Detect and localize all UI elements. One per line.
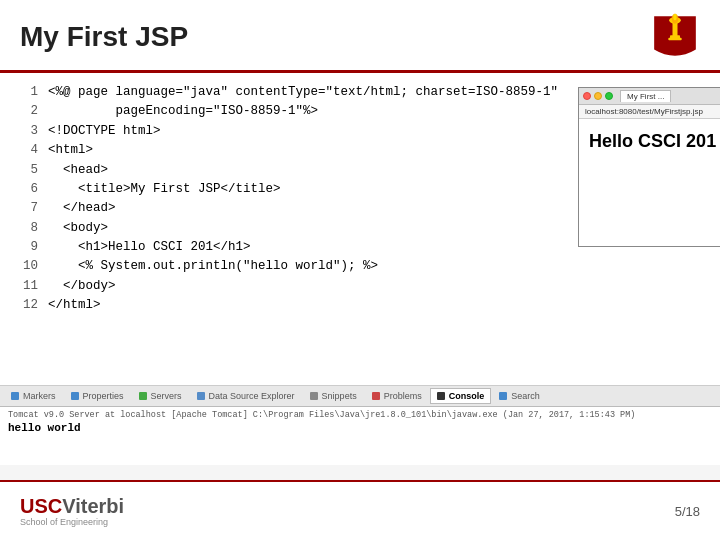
browser-tab[interactable]: My First ... (620, 90, 671, 102)
tab-label: Problems (384, 391, 422, 401)
tab-label: Search (511, 391, 540, 401)
viterbi-text: Viterbi (62, 495, 124, 517)
console-output: hello world (8, 422, 712, 434)
school-of-engineering-text: School of Engineering (20, 517, 124, 527)
console-body: Tomcat v9.0 Server at localhost [Apache … (0, 407, 720, 465)
line-number: 5 (20, 161, 38, 180)
servers-icon (139, 392, 147, 400)
code-line: 12</html> (20, 296, 558, 315)
console-tab-properties[interactable]: Properties (64, 388, 131, 404)
tab-label: Properties (83, 391, 124, 401)
line-number: 10 (20, 257, 38, 276)
usc-viterbi-logo: USCViterbi School of Engineering (20, 496, 124, 527)
console-tab-markers[interactable]: Markers (4, 388, 63, 404)
code-line: 8 <body> (20, 219, 558, 238)
line-code: <%@ page language="java" contentType="te… (48, 83, 558, 102)
browser-addressbar: localhost:8080/test/MyFirstjsp.jsp (579, 105, 720, 119)
console-tab-servers[interactable]: Servers (132, 388, 189, 404)
page-title: My First JSP (20, 21, 188, 53)
line-number: 11 (20, 277, 38, 296)
line-number: 9 (20, 238, 38, 257)
close-button-dot[interactable] (583, 92, 591, 100)
console-tabs: MarkersPropertiesServersData Source Expl… (0, 386, 720, 407)
markers-icon (11, 392, 19, 400)
tab-label: Servers (151, 391, 182, 401)
console-tab-console[interactable]: Console (430, 388, 492, 404)
header: My First JSP (0, 0, 720, 73)
line-number: 1 (20, 83, 38, 102)
console-area: MarkersPropertiesServersData Source Expl… (0, 385, 720, 480)
line-code: <html> (48, 141, 93, 160)
tab-label: Data Source Explorer (209, 391, 295, 401)
line-code: <h1>Hello CSCI 201</h1> (48, 238, 251, 257)
console-tab-data-source-explorer[interactable]: Data Source Explorer (190, 388, 302, 404)
line-code: </head> (48, 199, 116, 218)
line-number: 8 (20, 219, 38, 238)
line-code: pageEncoding="ISO-8859-1"%> (48, 102, 318, 121)
usc-viterbi-text: USCViterbi (20, 496, 124, 516)
search-icon (499, 392, 507, 400)
line-number: 7 (20, 199, 38, 218)
slide-number: 5/18 (675, 504, 700, 519)
footer: USCViterbi School of Engineering 5/18 (0, 480, 720, 540)
usc-shield-icon (650, 12, 700, 62)
code-line: 3<!DOCTYPE html> (20, 122, 558, 141)
svg-point-3 (673, 14, 676, 21)
line-code: <% System.out.println("hello world"); %> (48, 257, 378, 276)
code-line: 1<%@ page language="java" contentType="t… (20, 83, 558, 102)
browser-body: Hello CSCI 201 (579, 119, 720, 164)
usc-text: USC (20, 495, 62, 517)
tab-label: Snippets (322, 391, 357, 401)
title-text: My First JSP (20, 21, 188, 52)
line-code: <title>My First JSP</title> (48, 180, 281, 199)
line-number: 4 (20, 141, 38, 160)
code-line: 4<html> (20, 141, 558, 160)
snippets-icon (310, 392, 318, 400)
svg-rect-5 (668, 38, 681, 41)
line-number: 2 (20, 102, 38, 121)
code-line: 2 pageEncoding="ISO-8859-1"%> (20, 102, 558, 121)
line-code: <body> (48, 219, 108, 238)
line-code: </body> (48, 277, 116, 296)
code-line: 10 <% System.out.println("hello world");… (20, 257, 558, 276)
problems-icon (372, 392, 380, 400)
browser-heading: Hello CSCI 201 (589, 131, 720, 152)
line-number: 3 (20, 122, 38, 141)
code-line: 9 <h1>Hello CSCI 201</h1> (20, 238, 558, 257)
line-number: 6 (20, 180, 38, 199)
data-source-explorer-icon (197, 392, 205, 400)
code-line: 5 <head> (20, 161, 558, 180)
code-line: 11 </body> (20, 277, 558, 296)
console-icon (437, 392, 445, 400)
console-tab-search[interactable]: Search (492, 388, 547, 404)
tab-label: Markers (23, 391, 56, 401)
line-code: <!DOCTYPE html> (48, 122, 161, 141)
tab-label: Console (449, 391, 485, 401)
console-tab-problems[interactable]: Problems (365, 388, 429, 404)
code-line: 6 <title>My First JSP</title> (20, 180, 558, 199)
browser-titlebar: My First ... (579, 88, 720, 105)
line-code: </html> (48, 296, 101, 315)
usc-logo-corner (650, 12, 700, 62)
console-tab-snippets[interactable]: Snippets (303, 388, 364, 404)
code-panel: 1<%@ page language="java" contentType="t… (20, 83, 558, 433)
line-code: <head> (48, 161, 108, 180)
line-number: 12 (20, 296, 38, 315)
properties-icon (71, 392, 79, 400)
code-line: 7 </head> (20, 199, 558, 218)
browser-preview: My First ... localhost:8080/test/MyFirst… (578, 87, 720, 247)
console-server-line: Tomcat v9.0 Server at localhost [Apache … (8, 410, 712, 420)
maximize-button-dot[interactable] (605, 92, 613, 100)
address-text: localhost:8080/test/MyFirstjsp.jsp (585, 107, 703, 116)
minimize-button-dot[interactable] (594, 92, 602, 100)
